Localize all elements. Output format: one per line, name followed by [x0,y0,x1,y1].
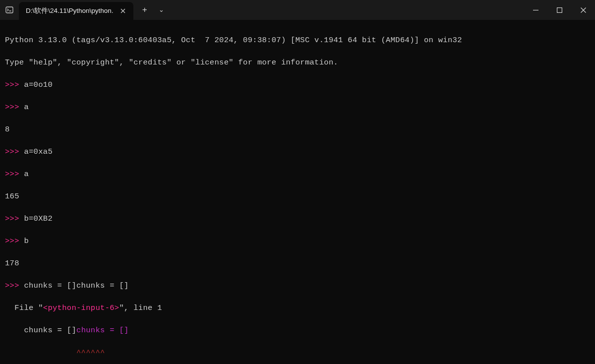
python-banner-line: Type "help", "copyright", "credits" or "… [5,57,590,68]
repl-input-line: >>> b=0XB2 [5,213,590,224]
close-window-button[interactable] [571,0,595,20]
maximize-button[interactable] [547,0,571,20]
window-controls [524,0,595,20]
svg-rect-0 [6,7,13,13]
tab-close-button[interactable] [119,6,127,15]
traceback-code-line: chunks = []chunks = [] [5,325,590,336]
repl-input-line: >>> a [5,169,590,180]
traceback-caret-line: ^^^^^^ [5,347,590,358]
svg-rect-5 [557,7,562,12]
tab-action-buttons: + ⌄ [133,0,170,20]
repl-input-line: >>> a=0xa5 [5,146,590,157]
tab-title: D:\软件\24.11\Python\python. [26,6,114,16]
repl-input-line: >>> chunks = []chunks = [] [5,280,590,291]
terminal-tab[interactable]: D:\软件\24.11\Python\python. [19,2,133,20]
repl-prompt: >>> [5,170,24,179]
repl-prompt: >>> [5,281,24,290]
repl-output-line: 178 [5,258,590,269]
repl-input-line: >>> a [5,102,590,113]
repl-prompt: >>> [5,237,24,245]
traceback-file-line: File "<python-input-6>", line 1 [5,303,590,313]
repl-output-line: 165 [5,191,590,202]
repl-output-line: 8 [5,124,590,135]
repl-input-line: >>> b [5,236,590,246]
titlebar-left: D:\软件\24.11\Python\python. + ⌄ [0,0,170,20]
python-banner-line: Python 3.13.0 (tags/v3.13.0:60403a5, Oct… [5,35,590,46]
repl-prompt: >>> [5,147,24,156]
repl-prompt: >>> [5,214,24,223]
terminal-content-area[interactable]: Python 3.13.0 (tags/v3.13.0:60403a5, Oct… [0,20,595,364]
minimize-button[interactable] [524,0,547,20]
terminal-app-icon [0,0,19,20]
repl-input-line: >>> a=0o10 [5,79,590,90]
titlebar: D:\软件\24.11\Python\python. + ⌄ [0,0,595,20]
tab-dropdown-button[interactable]: ⌄ [153,1,170,18]
repl-prompt: >>> [5,103,24,112]
repl-prompt: >>> [5,80,24,89]
new-tab-button[interactable]: + [136,1,153,18]
